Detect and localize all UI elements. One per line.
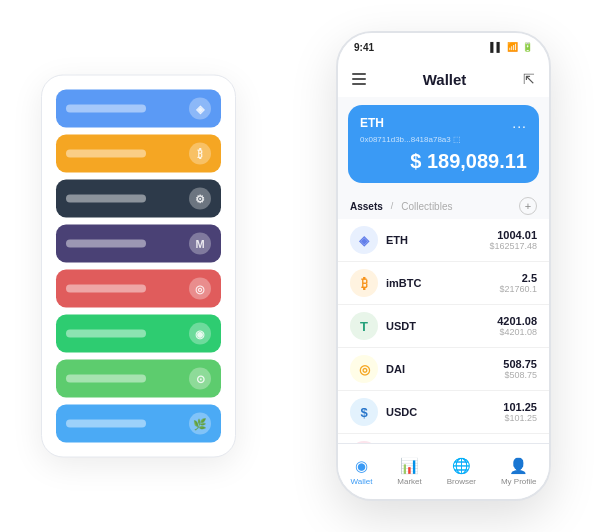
asset-amount: 508.75 <box>503 358 537 370</box>
card-stack: ◈₿⚙M◎◉⊙🌿 <box>41 75 236 458</box>
asset-values-eth: 1004.01 $162517.48 <box>489 229 537 251</box>
asset-usd: $162517.48 <box>489 241 537 251</box>
asset-icon-dai: ◎ <box>350 355 378 383</box>
asset-usd: $508.75 <box>503 370 537 380</box>
asset-name-imbtc: imBTC <box>386 277 499 289</box>
card-item[interactable]: ⚙ <box>56 180 221 218</box>
scene: ◈₿⚙M◎◉⊙🌿 9:41 ▌▌ 📶 🔋 Wallet ⇱ ETH <box>21 16 581 516</box>
asset-values-dai: 508.75 $508.75 <box>503 358 537 380</box>
nav-icon-wallet: ◉ <box>355 457 368 475</box>
page-title: Wallet <box>423 71 467 88</box>
card-item[interactable]: ◎ <box>56 270 221 308</box>
nav-item-my-profile[interactable]: 👤My Profile <box>501 457 537 486</box>
asset-row[interactable]: $ USDC 101.25 $101.25 <box>338 391 549 434</box>
asset-amount: 4201.08 <box>497 315 537 327</box>
nav-label-browser: Browser <box>447 477 476 486</box>
nav-item-market[interactable]: 📊Market <box>397 457 421 486</box>
assets-tabs: Assets / Collectibles <box>350 201 452 212</box>
status-icons: ▌▌ 📶 🔋 <box>490 42 533 52</box>
asset-values-usdc: 101.25 $101.25 <box>503 401 537 423</box>
card-item[interactable]: ⊙ <box>56 360 221 398</box>
assets-header: Assets / Collectibles + <box>338 191 549 219</box>
nav-label-wallet: Wallet <box>350 477 372 486</box>
phone-header: Wallet ⇱ <box>338 61 549 97</box>
status-time: 9:41 <box>354 42 374 53</box>
card-item[interactable]: 🌿 <box>56 405 221 443</box>
nav-item-browser[interactable]: 🌐Browser <box>447 457 476 486</box>
asset-name-usdt: USDT <box>386 320 497 332</box>
phone-mockup: 9:41 ▌▌ 📶 🔋 Wallet ⇱ ETH ... 0x0 <box>336 31 551 501</box>
phone-content[interactable]: ETH ... 0x08711d3b...8418a78a3 ⬚ $ 189,0… <box>338 97 549 499</box>
asset-name-dai: DAI <box>386 363 503 375</box>
asset-values-imbtc: 2.5 $21760.1 <box>499 272 537 294</box>
asset-amount: 101.25 <box>503 401 537 413</box>
wifi-icon: 📶 <box>507 42 518 52</box>
asset-icon-imbtc: ₿ <box>350 269 378 297</box>
assets-tab-inactive[interactable]: Collectibles <box>401 201 452 212</box>
card-item[interactable]: M <box>56 225 221 263</box>
eth-address: 0x08711d3b...8418a78a3 ⬚ <box>360 135 527 144</box>
asset-usd: $4201.08 <box>497 327 537 337</box>
card-item[interactable]: ◉ <box>56 315 221 353</box>
asset-row[interactable]: ◎ DAI 508.75 $508.75 <box>338 348 549 391</box>
card-item[interactable]: ₿ <box>56 135 221 173</box>
asset-row[interactable]: ◈ ETH 1004.01 $162517.48 <box>338 219 549 262</box>
asset-icon-usdt: T <box>350 312 378 340</box>
asset-row[interactable]: T USDT 4201.08 $4201.08 <box>338 305 549 348</box>
asset-amount: 2.5 <box>499 272 537 284</box>
eth-card-menu[interactable]: ... <box>512 115 527 131</box>
asset-usd: $101.25 <box>503 413 537 423</box>
nav-icon-my-profile: 👤 <box>509 457 528 475</box>
asset-name-eth: ETH <box>386 234 489 246</box>
asset-name-usdc: USDC <box>386 406 503 418</box>
nav-label-my-profile: My Profile <box>501 477 537 486</box>
asset-row[interactable]: ₿ imBTC 2.5 $21760.1 <box>338 262 549 305</box>
asset-list: ◈ ETH 1004.01 $162517.48 ₿ imBTC 2.5 $21… <box>338 219 549 477</box>
asset-values-usdt: 4201.08 $4201.08 <box>497 315 537 337</box>
signal-icon: ▌▌ <box>490 42 503 52</box>
assets-tab-active[interactable]: Assets <box>350 201 383 212</box>
battery-icon: 🔋 <box>522 42 533 52</box>
eth-balance: $ 189,089.11 <box>360 150 527 173</box>
asset-amount: 1004.01 <box>489 229 537 241</box>
nav-icon-market: 📊 <box>400 457 419 475</box>
bottom-nav: ◉Wallet📊Market🌐Browser👤My Profile <box>338 443 549 499</box>
asset-icon-eth: ◈ <box>350 226 378 254</box>
expand-icon[interactable]: ⇱ <box>523 71 535 87</box>
eth-card-label: ETH <box>360 116 384 130</box>
eth-card[interactable]: ETH ... 0x08711d3b...8418a78a3 ⬚ $ 189,0… <box>348 105 539 183</box>
assets-tab-sep: / <box>391 201 394 211</box>
status-bar: 9:41 ▌▌ 📶 🔋 <box>338 33 549 61</box>
asset-icon-usdc: $ <box>350 398 378 426</box>
card-item[interactable]: ◈ <box>56 90 221 128</box>
menu-icon[interactable] <box>352 73 366 85</box>
nav-label-market: Market <box>397 477 421 486</box>
nav-item-wallet[interactable]: ◉Wallet <box>350 457 372 486</box>
add-asset-button[interactable]: + <box>519 197 537 215</box>
nav-icon-browser: 🌐 <box>452 457 471 475</box>
eth-card-top: ETH ... <box>360 115 527 131</box>
asset-usd: $21760.1 <box>499 284 537 294</box>
